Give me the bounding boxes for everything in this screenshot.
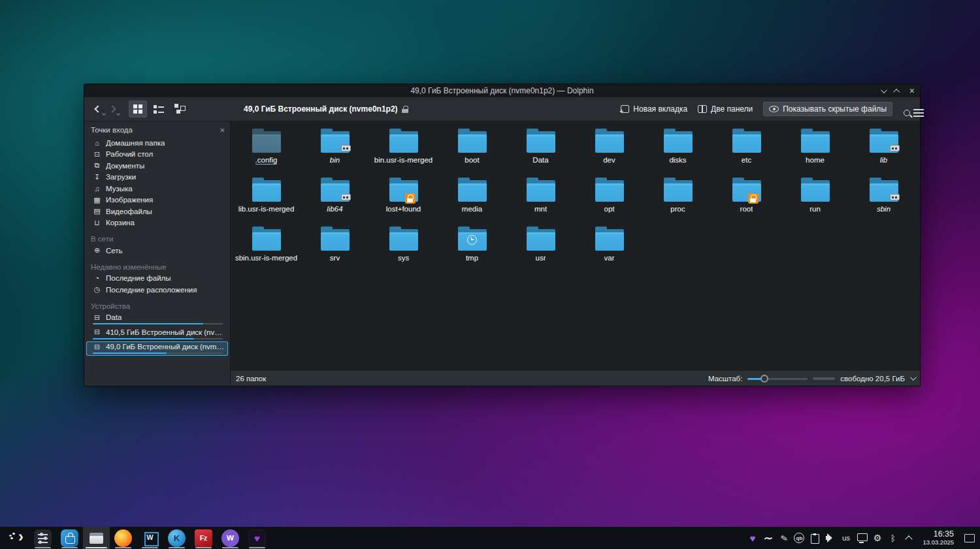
breadcrumb[interactable]: 49,0 ГиБ Встроенный диск (nvme0n1p2) xyxy=(244,104,408,114)
sidebar-item-images[interactable]: ▦Изображения xyxy=(86,195,228,206)
folder-item[interactable]: media xyxy=(438,176,506,225)
taskbar-panel: us 16:35 13.03.2025 xyxy=(0,527,980,549)
tray-heart-indicator[interactable] xyxy=(747,531,758,544)
taskbar-app-discover[interactable] xyxy=(56,527,83,549)
taskbar-app-firefox[interactable] xyxy=(110,527,137,549)
folder-item[interactable]: bin xyxy=(301,127,369,176)
close-button[interactable]: × xyxy=(909,86,915,95)
folder-item[interactable]: sys xyxy=(369,225,438,274)
sidebar-item-downloads[interactable]: ↧Загрузки xyxy=(86,172,228,183)
folder-item[interactable]: var xyxy=(575,225,644,274)
folder-item[interactable]: etc xyxy=(712,127,781,176)
taskbar-app-wire[interactable] xyxy=(217,527,244,549)
folder-item[interactable]: bin.usr-is-merged xyxy=(369,127,438,176)
tray-keyboard-layout[interactable]: us xyxy=(840,531,851,544)
folder-item[interactable]: dev xyxy=(575,127,644,176)
folder-label: sbin.usr-is-merged xyxy=(235,254,297,262)
window-titlebar[interactable]: 49,0 ГиБ Встроенный диск (nvme0n1p2) — D… xyxy=(84,84,920,97)
tray-display[interactable] xyxy=(856,531,867,544)
folder-item[interactable]: usr xyxy=(506,225,575,274)
folder-item[interactable]: sbin.usr-is-merged xyxy=(232,225,301,274)
folder-item[interactable]: home xyxy=(781,127,849,176)
sidebar-item-recent-locations[interactable]: ◷Последние расположения xyxy=(86,284,228,296)
sidebar-item-music[interactable]: ♫Музыка xyxy=(86,183,228,195)
show-desktop-button[interactable] xyxy=(964,531,975,544)
tray-night-color[interactable] xyxy=(872,531,883,544)
minimize-button[interactable] xyxy=(881,86,885,95)
tray-bluetooth[interactable] xyxy=(887,531,898,544)
details-view-button[interactable] xyxy=(150,101,168,118)
sidebar-item-network[interactable]: ⊕Сеть xyxy=(86,245,228,257)
link-emblem-icon xyxy=(341,145,351,151)
taskbar-app-heart-app[interactable] xyxy=(244,527,270,549)
taskbar-app-filezilla[interactable] xyxy=(190,527,217,549)
new-tab-button[interactable]: Новая вкладка xyxy=(620,104,687,114)
folder-icon xyxy=(595,227,625,251)
sidebar-item-label: Последние расположения xyxy=(106,286,197,294)
folder-item[interactable]: sbin xyxy=(849,176,918,225)
sidebar-item-documents[interactable]: ⧉Документы xyxy=(86,160,228,172)
folder-icon xyxy=(595,178,625,202)
wire-icon xyxy=(221,529,239,547)
split-view-label: Две панели xyxy=(711,104,753,114)
zoom-slider[interactable] xyxy=(747,375,808,383)
forward-button[interactable] xyxy=(105,101,120,117)
folder-label: root xyxy=(740,205,753,213)
folder-item[interactable]: .config xyxy=(232,127,301,176)
link-emblem-icon xyxy=(890,194,900,200)
taskbar-app-vm-app[interactable] xyxy=(137,527,163,549)
tray-wave-indicator[interactable] xyxy=(762,531,774,544)
forward-arrow-icon xyxy=(108,105,116,112)
taskbar-app-app-launcher[interactable] xyxy=(3,527,29,549)
folder-item[interactable]: lost+found xyxy=(369,176,438,225)
folder-item[interactable]: tmp xyxy=(438,225,506,274)
folder-item[interactable]: srv xyxy=(301,225,369,274)
folder-label: etc xyxy=(742,156,751,164)
tray-clipboard[interactable] xyxy=(809,531,820,544)
tray-qbittorrent[interactable] xyxy=(794,533,804,543)
folder-item[interactable]: run xyxy=(781,176,849,225)
sidebar-item-trash[interactable]: ⊔Корзина xyxy=(86,217,228,229)
sidebar-section-header: Недавно изменённые xyxy=(84,257,230,273)
places-panel: Точки входа × ⌂Домашняя папка⊡Рабочий ст… xyxy=(84,121,231,386)
taskbar-app-system-settings[interactable] xyxy=(29,527,56,549)
split-view-button[interactable]: Две панели xyxy=(698,104,753,114)
hidden-files-toggle[interactable]: Показывать скрытые файлы xyxy=(763,102,892,116)
folder-item[interactable]: mnt xyxy=(506,176,575,225)
taskbar-app-dolphin[interactable] xyxy=(83,527,110,549)
folder-item[interactable]: boot xyxy=(438,127,506,176)
maximize-button[interactable] xyxy=(895,86,900,95)
icons-view-button[interactable] xyxy=(129,101,147,118)
places-close-button[interactable]: × xyxy=(220,127,225,134)
device-usage-fill xyxy=(93,323,203,324)
sidebar-item-device-nvme0n1p1[interactable]: ⊟410,5 ГиБ Встроенный диск (nvme0n1p… xyxy=(86,326,228,341)
folder-item[interactable]: lib xyxy=(849,127,918,176)
folder-item[interactable]: opt xyxy=(575,176,644,225)
back-button[interactable] xyxy=(91,101,105,117)
sidebar-item-desktop[interactable]: ⊡Рабочий стол xyxy=(86,149,228,161)
folder-item[interactable]: lib.usr-is-merged xyxy=(232,176,301,225)
sidebar-item-videos[interactable]: ▤Видеофайлы xyxy=(86,206,228,217)
taskbar-app-falkon[interactable] xyxy=(163,527,190,549)
folder-item[interactable]: Data xyxy=(506,127,575,176)
tray-tray-expander[interactable] xyxy=(903,531,914,544)
tray-stylus-indicator[interactable] xyxy=(778,531,789,544)
digital-clock[interactable]: 16:35 13.03.2025 xyxy=(923,530,954,545)
zoom-slider-handle[interactable] xyxy=(760,375,768,383)
tree-view-button[interactable] xyxy=(171,101,189,118)
window-title: 49,0 ГиБ Встроенный диск (nvme0n1p2) — D… xyxy=(410,86,593,95)
folder-item[interactable]: root xyxy=(712,176,781,225)
eye-icon xyxy=(769,106,779,112)
folder-label: lib.usr-is-merged xyxy=(238,205,295,213)
chevron-down-icon[interactable] xyxy=(910,374,917,381)
sidebar-item-device-data[interactable]: ⊟Data xyxy=(86,312,228,327)
folder-item[interactable]: lib64 xyxy=(301,176,369,225)
folder-item[interactable]: disks xyxy=(644,127,712,176)
sidebar-item-device-nvme0n1p2[interactable]: ⊟49,0 ГиБ Встроенный диск (nvme0n1p2) xyxy=(86,341,228,356)
sidebar-item-recent-files[interactable]: ◔Последние файлы xyxy=(86,273,228,285)
folder-item[interactable]: proc xyxy=(644,176,712,225)
recent-locations-icon: ◷ xyxy=(93,285,101,294)
device-usage-bar xyxy=(93,353,223,354)
tray-volume[interactable] xyxy=(825,531,836,544)
sidebar-item-home[interactable]: ⌂Домашняя папка xyxy=(86,137,228,149)
